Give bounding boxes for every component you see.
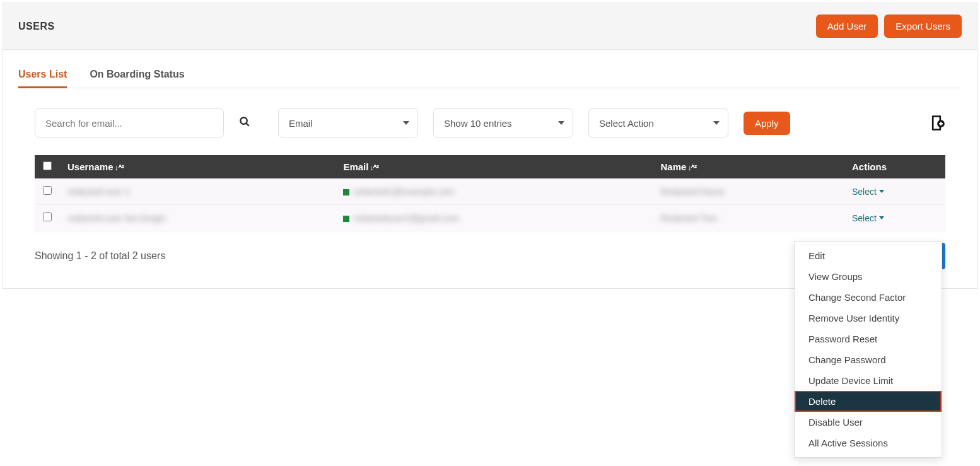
cell-email: redacteduser2@gmail.com xyxy=(335,205,653,231)
sort-icon: ↓ᴬᶻ xyxy=(115,163,124,172)
add-device-icon[interactable] xyxy=(928,114,945,132)
filters-row: Email Show 10 entries Select Action Appl… xyxy=(18,108,962,137)
users-table: Username↓ᴬᶻ Email↓ᴬᶻ Name↓ᴬᶻ Actions red… xyxy=(35,155,945,231)
cell-username: redacted-user-two-longer xyxy=(60,205,335,231)
dropdown-item-change-second-factor[interactable]: Change Second Factor xyxy=(795,287,942,291)
filter-by-select[interactable]: Email xyxy=(278,108,418,137)
row-checkbox[interactable] xyxy=(43,186,52,195)
cell-username: redacted-user-1 xyxy=(60,178,335,205)
chevron-down-icon xyxy=(879,216,884,219)
cell-email: redacted1@example.com xyxy=(335,178,653,205)
row-action-dropdown: EditView GroupsChange Second FactorRemov… xyxy=(794,241,942,291)
row-select-action[interactable]: Select xyxy=(852,213,884,223)
search-icon[interactable] xyxy=(239,116,250,131)
page-title: USERS xyxy=(18,21,55,32)
export-users-button[interactable]: Export Users xyxy=(884,15,962,38)
tab-users-list[interactable]: Users List xyxy=(18,61,67,88)
entries-select[interactable]: Show 10 entries xyxy=(433,108,573,137)
table-row: redacted-user-1 redacted1@example.com Re… xyxy=(35,178,945,205)
header-actions: Add User Export Users xyxy=(816,15,962,38)
dropdown-item-view-groups[interactable]: View Groups xyxy=(795,266,942,287)
cell-name: Redacted Two xyxy=(653,205,845,231)
row-checkbox[interactable] xyxy=(43,213,52,221)
add-user-button[interactable]: Add User xyxy=(816,15,878,38)
chevron-down-icon xyxy=(879,190,884,193)
bulk-action-select[interactable]: Select Action xyxy=(588,108,728,137)
search-input[interactable] xyxy=(35,108,224,137)
select-all-header xyxy=(35,155,60,178)
svg-line-1 xyxy=(246,123,249,126)
col-actions: Actions xyxy=(844,155,945,178)
table-header-row: Username↓ᴬᶻ Email↓ᴬᶻ Name↓ᴬᶻ Actions xyxy=(35,155,945,178)
select-all-checkbox[interactable] xyxy=(43,161,52,170)
tabs: Users List On Boarding Status xyxy=(18,61,962,88)
cell-name: Redacted Name xyxy=(653,178,845,205)
dropdown-item-edit[interactable]: Edit xyxy=(795,245,942,266)
svg-point-0 xyxy=(240,117,247,124)
col-email[interactable]: Email↓ᴬᶻ xyxy=(335,155,653,178)
row-select-action[interactable]: Select xyxy=(852,187,884,197)
apply-button[interactable]: Apply xyxy=(744,112,790,135)
col-username[interactable]: Username↓ᴬᶻ xyxy=(60,155,335,178)
showing-text: Showing 1 - 2 of total 2 users xyxy=(35,250,165,262)
sort-icon: ↓ᴬᶻ xyxy=(370,163,379,172)
status-indicator xyxy=(343,189,349,195)
table-row: redacted-user-two-longer redacteduser2@g… xyxy=(35,205,945,231)
status-indicator xyxy=(343,216,349,222)
cell-actions: Select xyxy=(844,205,945,231)
col-name[interactable]: Name↓ᴬᶻ xyxy=(653,155,845,178)
sort-icon: ↓ᴬᶻ xyxy=(687,163,697,172)
tab-onboarding-status[interactable]: On Boarding Status xyxy=(90,61,184,88)
page-header: USERS Add User Export Users xyxy=(3,3,977,50)
cell-actions: Select xyxy=(844,178,945,205)
